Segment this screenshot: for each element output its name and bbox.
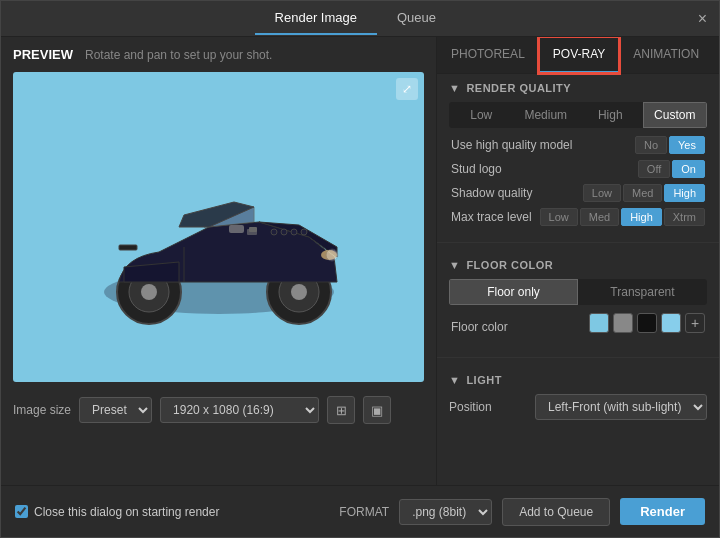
main-window: Render Image Queue × PREVIEW Rotate and … xyxy=(0,0,720,538)
svg-point-14 xyxy=(301,229,307,235)
floor-only-btn[interactable]: Floor only xyxy=(449,279,578,305)
preview-expand-button[interactable]: ⤢ xyxy=(396,78,418,100)
car-preview-svg xyxy=(59,117,379,337)
swatch-add-btn[interactable]: + xyxy=(685,313,705,333)
close-dialog-checkbox-row: Close this dialog on starting render xyxy=(15,505,329,519)
quality-custom-btn[interactable]: Custom xyxy=(643,102,708,128)
light-position-select[interactable]: Left-Front (with sub-light) Right-Front … xyxy=(535,394,707,420)
swatch-2[interactable] xyxy=(613,313,633,333)
trace-high-btn[interactable]: High xyxy=(621,208,662,226)
setting-shadow-quality: Shadow quality Low Med High xyxy=(449,184,707,202)
light-section: ▼ LIGHT Position Left-Front (with sub-li… xyxy=(437,366,719,434)
render-button[interactable]: Render xyxy=(620,498,705,525)
svg-rect-15 xyxy=(249,227,257,232)
trace-low-btn[interactable]: Low xyxy=(540,208,578,226)
svg-point-13 xyxy=(291,229,297,235)
collapse-icon: ▼ xyxy=(449,82,460,94)
shadow-quality-toggle: Low Med High xyxy=(583,184,705,202)
trace-xtrm-btn[interactable]: Xtrm xyxy=(664,208,705,226)
title-tabs: Render Image Queue xyxy=(13,2,698,35)
quality-high-btn[interactable]: High xyxy=(578,102,643,128)
shadow-high-btn[interactable]: High xyxy=(664,184,705,202)
svg-point-3 xyxy=(141,284,157,300)
tab-povray[interactable]: POV-RAY xyxy=(539,37,619,73)
preset-select[interactable]: Preset xyxy=(79,397,152,423)
close-button[interactable]: × xyxy=(698,10,707,28)
image-size-label: Image size xyxy=(13,403,71,417)
svg-rect-16 xyxy=(119,245,137,250)
collapse-icon-floor: ▼ xyxy=(449,259,460,271)
image-size-row: Image size Preset 1920 x 1080 (16:9) ⊞ ▣ xyxy=(13,392,424,428)
left-panel: PREVIEW Rotate and pan to set up your sh… xyxy=(1,37,436,485)
image-icon-btn1[interactable]: ⊞ xyxy=(327,396,355,424)
hq-yes-btn[interactable]: Yes xyxy=(669,136,705,154)
title-bar: Render Image Queue × xyxy=(1,1,719,37)
tab-animation[interactable]: ANIMATION xyxy=(619,37,713,73)
preview-header: PREVIEW Rotate and pan to set up your sh… xyxy=(13,47,424,62)
preview-label: PREVIEW xyxy=(13,47,73,62)
preview-area[interactable]: ⤢ xyxy=(13,72,424,382)
render-quality-section: ▼ RENDER QUALITY Low Medium High Cust xyxy=(437,74,719,240)
setting-trace-level: Max trace level Low Med High Xtrm xyxy=(449,208,707,226)
format-select[interactable]: .png (8bit) xyxy=(399,499,492,525)
tab-queue[interactable]: Queue xyxy=(377,2,456,35)
bottom-bar: Close this dialog on starting render FOR… xyxy=(1,485,719,537)
image-icon-btn2[interactable]: ▣ xyxy=(363,396,391,424)
divider-2 xyxy=(437,357,719,358)
setting-high-quality: Use high quality model No Yes xyxy=(449,136,707,154)
floor-transparent-btn[interactable]: Transparent xyxy=(578,279,707,305)
floor-color-row: Floor color + xyxy=(449,313,707,341)
shadow-med-btn[interactable]: Med xyxy=(623,184,662,202)
setting-stud-logo: Stud logo Off On xyxy=(449,160,707,178)
svg-point-12 xyxy=(281,229,287,235)
svg-rect-9 xyxy=(229,225,244,233)
floor-color-header[interactable]: ▼ FLOOR COLOR xyxy=(449,259,707,271)
swatch-4[interactable] xyxy=(661,313,681,333)
high-quality-toggle: No Yes xyxy=(635,136,705,154)
render-quality-header[interactable]: ▼ RENDER QUALITY xyxy=(449,82,707,94)
add-to-queue-button[interactable]: Add to Queue xyxy=(502,498,610,526)
main-content: PREVIEW Rotate and pan to set up your sh… xyxy=(1,37,719,485)
shadow-low-btn[interactable]: Low xyxy=(583,184,621,202)
stud-off-btn[interactable]: Off xyxy=(638,160,670,178)
floor-color-section: ▼ FLOOR COLOR Floor only Transparent Flo… xyxy=(437,251,719,355)
close-dialog-label: Close this dialog on starting render xyxy=(34,505,219,519)
quality-medium-btn[interactable]: Medium xyxy=(514,102,579,128)
color-swatches: + xyxy=(589,313,705,333)
quality-btn-group: Low Medium High Custom xyxy=(449,102,707,128)
stud-on-btn[interactable]: On xyxy=(672,160,705,178)
trace-med-btn[interactable]: Med xyxy=(580,208,619,226)
svg-point-6 xyxy=(291,284,307,300)
light-position-row: Position Left-Front (with sub-light) Rig… xyxy=(449,394,707,420)
close-dialog-checkbox[interactable] xyxy=(15,505,28,518)
swatch-3[interactable] xyxy=(637,313,657,333)
floor-btn-group: Floor only Transparent xyxy=(449,279,707,305)
divider-1 xyxy=(437,242,719,243)
tab-photoreal[interactable]: PHOTOREAL xyxy=(437,37,539,73)
trace-level-toggle: Low Med High Xtrm xyxy=(540,208,705,226)
render-mode-tabs: PHOTOREAL POV-RAY ANIMATION xyxy=(437,37,719,74)
hq-no-btn[interactable]: No xyxy=(635,136,667,154)
stud-logo-toggle: Off On xyxy=(638,160,705,178)
preview-hint: Rotate and pan to set up your shot. xyxy=(85,48,272,62)
dimension-select[interactable]: 1920 x 1080 (16:9) xyxy=(160,397,319,423)
svg-point-8 xyxy=(326,249,338,261)
svg-point-11 xyxy=(271,229,277,235)
format-label: FORMAT xyxy=(339,505,389,519)
collapse-icon-light: ▼ xyxy=(449,374,460,386)
quality-low-btn[interactable]: Low xyxy=(449,102,514,128)
right-panel: PHOTOREAL POV-RAY ANIMATION ▼ RENDER QUA… xyxy=(436,37,719,485)
swatch-1[interactable] xyxy=(589,313,609,333)
tab-render-image[interactable]: Render Image xyxy=(255,2,377,35)
light-header[interactable]: ▼ LIGHT xyxy=(449,374,707,386)
